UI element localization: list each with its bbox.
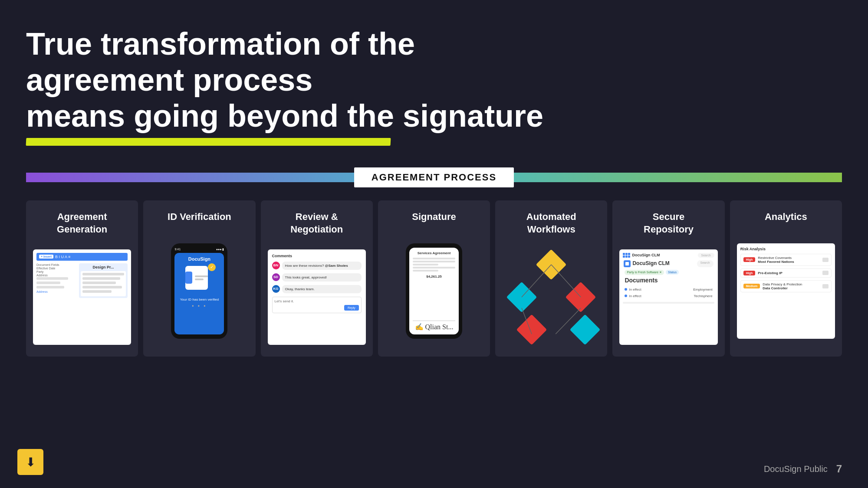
rn-bubble-2: This looks great, approved! [282, 273, 362, 282]
aw-diamond-bottom-left [516, 314, 547, 345]
rn-comment-2: SD This looks great, approved! [272, 273, 362, 282]
an-icon-3 [822, 284, 829, 288]
rn-comment-3: KG Okay, thanks team. [272, 285, 362, 293]
idv-docusign-logo: DocuSign [188, 256, 210, 262]
an-mock: Risk Analysis High Restrictive Covenants… [737, 243, 835, 339]
main-title: True transformation of the agreement pro… [26, 26, 547, 134]
sr-tab-icon-inner [625, 262, 629, 265]
sr-tab-icon [624, 260, 631, 267]
sig-line2 [413, 261, 455, 262]
idv-status-bar: 9:41 ●●● ▮ [174, 248, 224, 251]
an-icon-1 [822, 258, 829, 262]
sig-signature: ✍ Qlian St... [413, 321, 455, 331]
sr-logo-dot4 [623, 255, 625, 258]
sr-logo-dot1 [623, 253, 625, 255]
idv-id-line1 [195, 275, 208, 277]
card-title-signature: Signature [412, 211, 456, 223]
ag-toolbar-icons: B I U A ≡ [55, 255, 70, 259]
idv-icons: ●●● ▮ [216, 248, 224, 251]
process-bar-container: AGREEMENT PROCESS [26, 167, 842, 187]
aw-diamond-left [506, 282, 537, 313]
sr-filter-row: Party is Fresh Software ✕ Status [623, 270, 714, 275]
card-content-agreement-generation: + Insert B I U A ≡ Document Fields Effec… [33, 245, 131, 350]
sr-item-name-1: Employment [693, 288, 712, 291]
sig-line3 [413, 264, 438, 265]
ag-doc-line5 [82, 290, 112, 293]
card-content-analytics: Risk Analysis High Restrictive Covenants… [737, 232, 835, 350]
rn-avatar-2: SD [272, 273, 280, 281]
sig-line5 [413, 270, 438, 272]
title-line2: means going beyond the signature [26, 98, 543, 133]
card-signature: Signature Services Agreement $4,261.25 [378, 200, 490, 357]
card-content-id-verification: 9:41 ●●● ▮ DocuSign [150, 232, 248, 350]
ag-doc-line4 [82, 286, 122, 288]
aw-mock [502, 249, 600, 345]
rn-bubble-1: How are these revisions? @Sam Sholes [282, 262, 362, 270]
idv-avatar [185, 272, 192, 284]
card-analytics: Analytics Risk Analysis High Restrictive… [730, 200, 842, 357]
sr-item-status-1: In effect [629, 288, 641, 291]
footer: DocuSign Public 7 [764, 463, 842, 475]
sr-tab-row: DocuSign CLM Search [623, 260, 714, 267]
aw-diamond-right [566, 282, 596, 313]
rn-avatar-3: KG [272, 285, 280, 293]
title-block: True transformation of the agreement pro… [26, 26, 842, 146]
an-badge-medium-1: Medium [743, 284, 760, 288]
rn-avatar-1: BN [272, 262, 280, 269]
rn-input-area[interactable]: Let's send it. Reply [272, 297, 362, 313]
an-badge-high-1: High [743, 257, 756, 262]
rn-bubble-3: Okay, thanks team. [282, 285, 362, 293]
sr-search[interactable]: Search [698, 253, 714, 258]
cards-row: AgreementGeneration + Insert B I U A ≡ D… [26, 200, 842, 357]
ag-left-panel: Document Fields Effective Date Party Add… [36, 263, 76, 298]
sr-app-name-large: DocuSign CLM [632, 260, 669, 267]
rn-comment-1: BN How are these revisions? @Sam Sholes [272, 262, 362, 270]
sig-line1 [413, 258, 455, 259]
idv-dots: • • • [192, 303, 207, 309]
ag-content: Document Fields Effective Date Party Add… [36, 263, 128, 298]
card-content-secure-repository: DocuSign CLM Search DocuSign CLM Search … [619, 245, 717, 350]
sr-mock: DocuSign CLM Search DocuSign CLM Search … [619, 249, 717, 345]
ag-doc-line3 [82, 282, 116, 284]
idv-time: 9:41 [174, 248, 181, 251]
footer-public-label: DocuSign Public [764, 464, 828, 474]
card-secure-repository: SecureRepository DocuSign CLM Sea [612, 200, 724, 357]
an-risk-text-2: Pre-Existing IP [758, 271, 820, 275]
sr-item-status-2: In effect [629, 294, 641, 298]
sig-lines [413, 258, 455, 273]
rn-reply-container: Reply [275, 303, 359, 311]
ag-mock: + Insert B I U A ≡ Document Fields Effec… [33, 249, 131, 345]
ag-address-label: Address [36, 290, 76, 293]
sig-phone: Services Agreement $4,261.25 ✍ Qlian St.… [406, 243, 462, 339]
ag-doc-line2 [82, 277, 120, 280]
ag-label-party: Party [36, 270, 76, 273]
idv-card-wrapper: ✓ [185, 266, 213, 294]
idv-verified-text: Your ID has been verified [180, 298, 219, 301]
sr-header: DocuSign CLM Search [623, 253, 714, 258]
an-risk-text-3: Data Privacy & ProtectionData Controller [763, 282, 820, 290]
sr-bottom-line [623, 302, 714, 304]
card-title-secure-repository: SecureRepository [644, 211, 694, 236]
rn-comments-title: Comments [272, 254, 362, 258]
an-risk-title: Risk Analysis [740, 247, 832, 251]
card-agreement-generation: AgreementGeneration + Insert B I U A ≡ D… [26, 200, 138, 357]
an-risk-text-1: Restrictive CovenantsMost Favored Nation… [758, 256, 820, 264]
card-title-analytics: Analytics [765, 211, 807, 223]
card-title-review-negotiation: Review &Negotiation [290, 211, 343, 236]
card-content-signature: Services Agreement $4,261.25 ✍ Qlian St.… [385, 232, 483, 350]
an-risk-row-3: Medium Data Privacy & ProtectionData Con… [740, 280, 832, 292]
sig-phone-inner: Services Agreement $4,261.25 ✍ Qlian St.… [409, 248, 459, 334]
sr-filter-tag: Party is Fresh Software ✕ [625, 270, 664, 275]
idv-id-line2 [195, 278, 204, 280]
card-title-automated-workflows: AutomatedWorkflows [526, 211, 576, 236]
title-line1: True transformation of the agreement pro… [26, 26, 415, 97]
an-icon-2 [822, 271, 829, 275]
sr-search-btn[interactable]: Search [697, 260, 713, 267]
sr-logo-dot3 [628, 253, 630, 255]
download-icon: ⬇ [26, 455, 36, 469]
ag-label-date: Effective Date [36, 267, 76, 270]
rn-reply-btn[interactable]: Reply [344, 305, 359, 311]
download-button[interactable]: ⬇ [17, 449, 43, 475]
ag-doc-line1 [82, 273, 124, 275]
rn-input-text: Let's send it. [275, 299, 359, 303]
